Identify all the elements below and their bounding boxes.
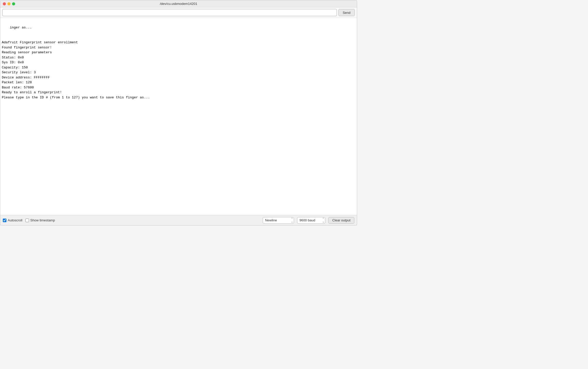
toolbar: Send [0,7,357,18]
close-button[interactable] [3,2,6,5]
baud-select[interactable]: 300 baud 1200 baud 2400 baud 4800 baud 9… [297,217,325,224]
send-button[interactable]: Send [338,9,355,16]
clear-output-button[interactable]: Clear output [328,217,354,224]
titlebar: /dev/cu.usbmodem14201 [0,0,357,7]
minimize-button[interactable] [7,2,11,5]
statusbar: Autoscroll Show timestamp Newline No lin… [0,215,357,225]
window-title: /dev/cu.usbmodem14201 [160,2,197,6]
output-text: inger as... Adafruit Fingerprint sensor … [2,26,150,99]
newline-select[interactable]: Newline No line ending Carriage return B… [263,217,294,224]
autoscroll-label[interactable]: Autoscroll [3,218,22,222]
output-area: inger as... Adafruit Fingerprint sensor … [0,18,357,215]
baud-container: 300 baud 1200 baud 2400 baud 4800 baud 9… [297,217,325,224]
serial-monitor-window: /dev/cu.usbmodem14201 Send inger as... A… [0,0,357,225]
show-timestamp-text: Show timestamp [30,218,55,222]
maximize-button[interactable] [12,2,15,5]
autoscroll-checkbox[interactable] [3,219,6,222]
show-timestamp-label[interactable]: Show timestamp [25,218,55,222]
show-timestamp-checkbox[interactable] [25,219,29,222]
newline-container: Newline No line ending Carriage return B… [263,217,294,224]
window-controls [3,2,15,5]
autoscroll-text: Autoscroll [8,218,22,222]
serial-input[interactable] [2,9,337,16]
